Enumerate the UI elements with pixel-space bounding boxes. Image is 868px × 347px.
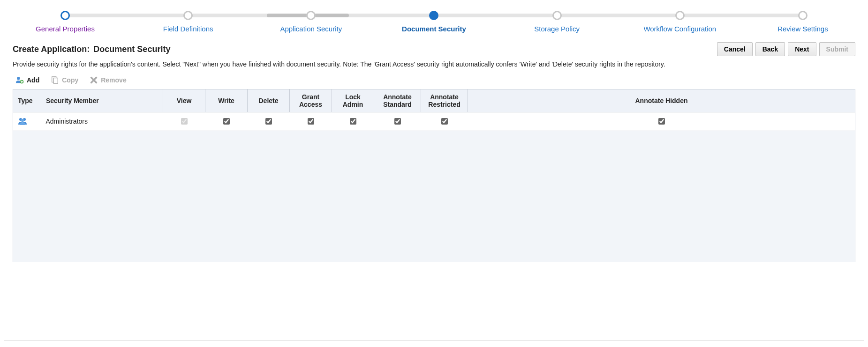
step-document-security[interactable]: Document Security bbox=[392, 11, 476, 33]
step-application-security[interactable]: Application Security bbox=[269, 11, 353, 33]
col-view: View bbox=[163, 89, 205, 112]
svg-point-8 bbox=[21, 118, 24, 121]
cell-type bbox=[13, 112, 41, 131]
step-general-properties[interactable]: General Properties bbox=[23, 11, 107, 33]
step-workflow-configuration[interactable]: Workflow Configuration bbox=[638, 11, 722, 33]
svg-rect-3 bbox=[21, 81, 23, 82]
step-field-definitions[interactable]: Field Definitions bbox=[146, 11, 230, 33]
page-heading-prefix: Create Application: bbox=[13, 44, 90, 54]
annotate-restricted-checkbox[interactable] bbox=[441, 118, 448, 125]
step-label: Review Settings bbox=[777, 25, 828, 33]
page-description: Provide security rights for the applicat… bbox=[4, 58, 864, 73]
group-icon bbox=[18, 119, 27, 127]
app-wizard-page: General Properties Field Definitions App… bbox=[4, 4, 864, 341]
step-storage-policy[interactable]: Storage Policy bbox=[515, 11, 599, 33]
svg-rect-5 bbox=[54, 78, 58, 83]
copy-label: Copy bbox=[62, 76, 78, 84]
step-circle-icon bbox=[798, 11, 808, 20]
table-empty-area bbox=[13, 131, 855, 262]
table-row[interactable]: Administrators bbox=[13, 112, 855, 131]
step-circle-icon bbox=[60, 11, 70, 20]
security-table: Type Security Member View Write Delete G… bbox=[13, 89, 855, 262]
table-header-row: Type Security Member View Write Delete G… bbox=[13, 89, 855, 112]
cell-ann-std bbox=[374, 112, 421, 131]
col-delete: Delete bbox=[248, 89, 290, 112]
step-label: Storage Policy bbox=[534, 25, 580, 33]
annotate-hidden-checkbox[interactable] bbox=[658, 118, 665, 125]
col-ann-hid: Annotate Hidden bbox=[468, 89, 855, 112]
col-grant: Grant Access bbox=[290, 89, 332, 112]
step-label: Application Security bbox=[280, 25, 342, 33]
grant-checkbox[interactable] bbox=[308, 118, 314, 125]
add-label: Add bbox=[27, 76, 39, 84]
step-review-settings[interactable]: Review Settings bbox=[761, 11, 845, 33]
step-circle-icon bbox=[306, 11, 316, 20]
cell-view bbox=[163, 112, 205, 131]
remove-label: Remove bbox=[101, 76, 126, 84]
step-label: Document Security bbox=[402, 25, 466, 33]
page-heading-title: Document Security bbox=[93, 44, 170, 54]
back-button[interactable]: Back bbox=[755, 42, 785, 56]
cell-ann-res bbox=[421, 112, 468, 131]
col-type: Type bbox=[13, 89, 41, 112]
step-circle-icon bbox=[429, 11, 438, 20]
wizard-stepper: General Properties Field Definitions App… bbox=[4, 4, 864, 37]
action-buttons: Cancel Back Next Submit bbox=[717, 42, 855, 56]
add-button[interactable]: Add bbox=[15, 76, 39, 84]
remove-button: Remove bbox=[90, 76, 126, 84]
lock-checkbox[interactable] bbox=[350, 118, 356, 125]
col-ann-res: Annotate Restricted bbox=[421, 89, 468, 112]
write-checkbox[interactable] bbox=[223, 118, 230, 125]
delete-checkbox[interactable] bbox=[265, 118, 272, 125]
cell-member: Administrators bbox=[41, 112, 163, 131]
page-header: Create Application: Document Security Ca… bbox=[4, 37, 864, 58]
cancel-button[interactable]: Cancel bbox=[717, 42, 753, 56]
copy-button: Copy bbox=[51, 76, 78, 84]
remove-icon bbox=[90, 76, 98, 84]
col-lock: Lock Admin bbox=[332, 89, 374, 112]
step-circle-icon bbox=[183, 11, 193, 20]
cell-delete bbox=[248, 112, 290, 131]
security-table-wrap: Type Security Member View Write Delete G… bbox=[4, 89, 864, 262]
copy-icon bbox=[51, 76, 59, 84]
step-circle-icon bbox=[552, 11, 562, 20]
cell-lock bbox=[332, 112, 374, 131]
col-write: Write bbox=[205, 89, 248, 112]
add-user-icon bbox=[15, 76, 24, 84]
step-circle-icon bbox=[675, 11, 685, 20]
step-label: Field Definitions bbox=[163, 25, 213, 33]
svg-point-0 bbox=[17, 77, 20, 80]
view-checkbox bbox=[181, 118, 188, 125]
table-toolbar: Add Copy Remove bbox=[4, 73, 864, 89]
col-member: Security Member bbox=[41, 89, 163, 112]
col-ann-std: Annotate Standard bbox=[374, 89, 421, 112]
step-label: General Properties bbox=[36, 25, 95, 33]
step-label: Workflow Configuration bbox=[643, 25, 716, 33]
cell-ann-hid bbox=[468, 112, 855, 131]
submit-button: Submit bbox=[819, 42, 855, 56]
cell-write bbox=[205, 112, 248, 131]
annotate-standard-checkbox[interactable] bbox=[394, 118, 401, 125]
cell-grant bbox=[290, 112, 332, 131]
next-button[interactable]: Next bbox=[788, 42, 816, 56]
